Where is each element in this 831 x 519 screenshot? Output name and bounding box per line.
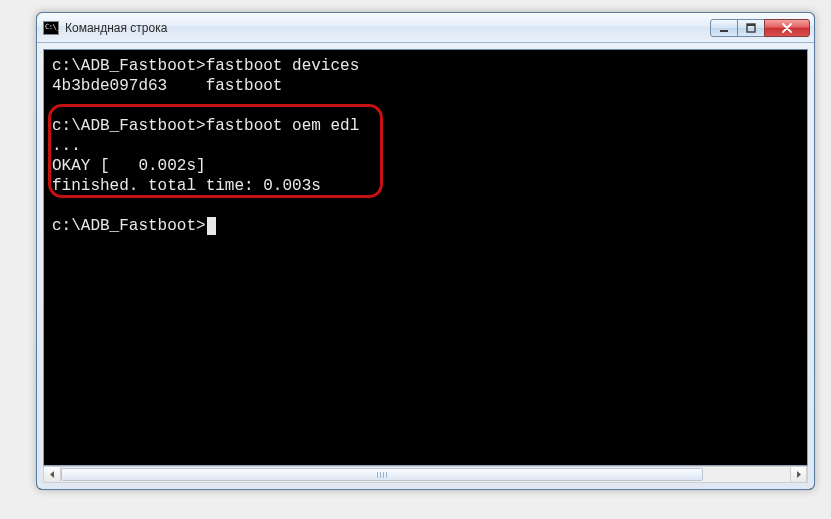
- output-line: ...: [52, 137, 81, 155]
- scroll-right-button[interactable]: [790, 467, 807, 482]
- titlebar[interactable]: Командная строка: [37, 13, 814, 43]
- scroll-left-button[interactable]: [44, 467, 61, 482]
- output-line: 4b3bde097d63 fastboot: [52, 77, 282, 95]
- svg-rect-0: [720, 30, 728, 32]
- command-text: fastboot devices: [206, 57, 360, 75]
- window-title: Командная строка: [65, 21, 705, 35]
- output-line: finished. total time: 0.003s: [52, 177, 321, 195]
- svg-rect-2: [747, 24, 755, 26]
- command-prompt-window: Командная строка c:\ADB_Fastboot>fastboo…: [36, 12, 815, 490]
- horizontal-scrollbar[interactable]: [43, 466, 808, 483]
- prompt: c:\ADB_Fastboot>: [52, 57, 206, 75]
- cmd-icon: [43, 21, 59, 35]
- scroll-track[interactable]: [61, 467, 790, 482]
- prompt: c:\ADB_Fastboot>: [52, 217, 206, 235]
- command-text: fastboot oem edl: [206, 117, 360, 135]
- client-area: c:\ADB_Fastboot>fastboot devices 4b3bde0…: [37, 43, 814, 489]
- terminal-viewport[interactable]: c:\ADB_Fastboot>fastboot devices 4b3bde0…: [43, 49, 808, 466]
- minimize-button[interactable]: [710, 19, 738, 37]
- scroll-thumb[interactable]: [61, 468, 703, 481]
- close-button[interactable]: [764, 19, 810, 37]
- window-controls: [711, 19, 810, 37]
- cursor: [207, 217, 217, 235]
- maximize-button[interactable]: [737, 19, 765, 37]
- prompt: c:\ADB_Fastboot>: [52, 117, 206, 135]
- terminal-output[interactable]: c:\ADB_Fastboot>fastboot devices 4b3bde0…: [44, 50, 807, 465]
- output-line: OKAY [ 0.002s]: [52, 157, 206, 175]
